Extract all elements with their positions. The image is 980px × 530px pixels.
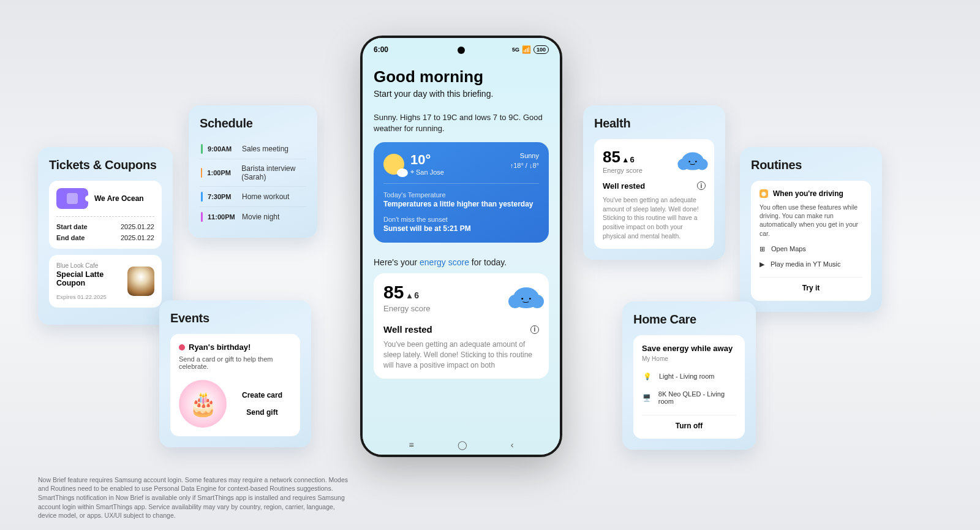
play-icon: ▶ (760, 260, 764, 268)
health-well-title: Well rested i (603, 181, 706, 191)
energy-card[interactable]: 85 ▴ 6 Energy score •‿• Well rested i Yo… (374, 273, 549, 379)
schedule-color-bar (201, 144, 203, 154)
ticket-end-row: End date 2025.01.22 (56, 234, 154, 241)
tickets-card: Tickets & Coupons We Are Ocean Start dat… (38, 147, 173, 325)
coupon-expires: Expires 01.22.2025 (56, 293, 127, 300)
schedule-item[interactable]: 11:00PM Movie night (200, 207, 306, 227)
homecare-sub-title: Save energy while away (642, 344, 736, 353)
phone-frame: 6:00 5G 📶 100 Good morning Start your da… (360, 36, 562, 457)
schedule-time: 7:30PM (208, 193, 237, 200)
cake-icon (179, 380, 227, 428)
weather-hilo: ↑18° / ↓8° (510, 162, 539, 169)
today-temp-value: Temperatures a little higher than yester… (383, 200, 539, 208)
schedule-label: Barista interview (Sarah) (241, 164, 305, 181)
routine-desc: You often use these features while drivi… (760, 203, 862, 238)
disclaimer-text: Now Brief feature requires Samsung accou… (38, 475, 350, 520)
well-rested-desc: You've been getting an adequate amount o… (383, 339, 539, 370)
ticket-item[interactable]: We Are Ocean Start date 2025.01.22 End d… (49, 181, 162, 249)
health-label: Energy score (603, 167, 643, 174)
schedule-color-bar (201, 192, 203, 202)
coupon-brand: Blue Look Cafe (56, 262, 127, 269)
schedule-label: Sales meeting (242, 145, 288, 153)
routine-action: ⊞ Open Maps (760, 245, 862, 253)
schedule-color-bar (201, 212, 203, 222)
schedule-time: 9:00AM (208, 145, 237, 153)
weather-location: ⌖ San Jose (410, 168, 444, 176)
energy-score: 85 ▴ 6 (383, 282, 431, 303)
cloud-icon: •‿• (682, 152, 704, 170)
phone-screen[interactable]: 6:00 5G 📶 100 Good morning Start your da… (363, 38, 560, 455)
sunset-value: Sunset will be at 5:21 PM (383, 224, 539, 233)
health-desc: You've been getting an adequate amount o… (603, 195, 706, 240)
status-right: 5G 📶 100 (512, 45, 549, 54)
maps-icon: ⊞ (760, 245, 765, 253)
ticket-start-row: Start date 2025.01.22 (56, 223, 154, 230)
schedule-card: Schedule 9:00AM Sales meeting 1:00PM Bar… (189, 105, 317, 238)
coupon-image (127, 267, 154, 296)
greeting-title: Good morning (374, 67, 549, 86)
schedule-title: Schedule (200, 116, 306, 131)
routines-card: Routines ◉ When you're driving You often… (740, 147, 882, 312)
schedule-label: Home workout (242, 192, 289, 201)
battery-pill: 100 (533, 45, 549, 54)
location-icon: ⌖ (410, 168, 414, 176)
event-item: Ryan's birthday! Send a card or gift to … (170, 334, 300, 436)
coupon-item[interactable]: Blue Look Cafe Special Latte Coupon Expi… (49, 255, 162, 308)
schedule-item[interactable]: 1:00PM Barista interview (Sarah) (200, 159, 306, 187)
energy-label: Energy score (383, 304, 431, 313)
routines-content: ◉ When you're driving You often use thes… (751, 181, 871, 301)
well-rested-title: Well rested i (383, 324, 539, 335)
nav-home-icon[interactable]: ◯ (458, 440, 467, 450)
sunset-label: Don't miss the sunset (383, 216, 539, 223)
create-card-button[interactable]: Create card (233, 391, 292, 399)
ticket-name: We Are Ocean (94, 194, 144, 203)
status-time: 6:00 (374, 45, 388, 54)
sun-icon (383, 154, 404, 175)
schedule-list: 9:00AM Sales meeting 1:00PM Barista inte… (200, 139, 306, 227)
health-card: Health 85 ▴ 6 Energy score •‿• Well rest… (583, 105, 725, 260)
homecare-device[interactable]: 🖥️ 8K Neo QLED - Living room (642, 390, 736, 405)
routines-title: Routines (751, 158, 871, 172)
health-title: Health (594, 116, 714, 131)
info-icon[interactable]: i (530, 325, 539, 334)
try-it-button[interactable]: Try it (760, 277, 862, 292)
bulb-icon: 💡 (642, 371, 653, 382)
homecare-title: Home Care (633, 312, 745, 327)
schedule-item[interactable]: 9:00AM Sales meeting (200, 139, 306, 159)
network-icon: 5G (512, 47, 519, 53)
schedule-time: 11:00PM (208, 213, 237, 221)
weather-summary: Sunny. Highs 17 to 19C and lows 7 to 9C.… (374, 112, 549, 134)
event-desc: Send a card or gift to help them celebra… (179, 355, 292, 370)
today-temp-label: Today's Temperature (383, 191, 539, 199)
health-content[interactable]: 85 ▴ 6 Energy score •‿• Well rested i Yo… (594, 139, 714, 249)
events-card: Events Ryan's birthday! Send a card or g… (159, 300, 311, 447)
events-title: Events (170, 311, 300, 325)
send-gift-button[interactable]: Send gift (233, 408, 292, 417)
weather-temp: 10° (410, 152, 444, 168)
schedule-time: 1:00PM (207, 169, 236, 176)
homecare-device[interactable]: 💡 Light - Living room (642, 371, 736, 382)
homecare-myhome: My Home (642, 355, 736, 362)
routine-icon: ◉ (760, 189, 768, 198)
tickets-title: Tickets & Coupons (49, 158, 162, 172)
signal-icon: 📶 (522, 45, 531, 54)
weather-card[interactable]: 10° ⌖ San Jose Sunny ↑18° / ↓8° Today's … (374, 142, 549, 243)
cloud-icon: •‿• (513, 287, 539, 308)
schedule-item[interactable]: 7:30PM Home workout (200, 187, 306, 207)
health-score: 85 ▴ 6 (603, 148, 643, 167)
event-dot-icon (179, 344, 185, 350)
nav-back-icon[interactable]: ‹ (511, 440, 514, 450)
energy-link[interactable]: energy score (420, 257, 469, 267)
routine-name: ◉ When you're driving (760, 189, 862, 198)
schedule-color-bar (201, 168, 202, 178)
nav-bar: ≡ ◯ ‹ (363, 440, 560, 450)
homecare-content: Save energy while away My Home 💡 Light -… (633, 335, 745, 439)
nav-recents-icon[interactable]: ≡ (409, 440, 414, 450)
greeting-subtitle: Start your day with this briefing. (374, 89, 549, 99)
weather-condition: Sunny (510, 152, 539, 159)
turn-off-button[interactable]: Turn off (642, 415, 736, 430)
routine-action: ▶ Play media in YT Music (760, 260, 862, 268)
energy-trend: ▴ 6 (407, 290, 419, 300)
info-icon[interactable]: i (697, 181, 706, 190)
energy-intro: Here's your energy score for today. (374, 257, 549, 267)
